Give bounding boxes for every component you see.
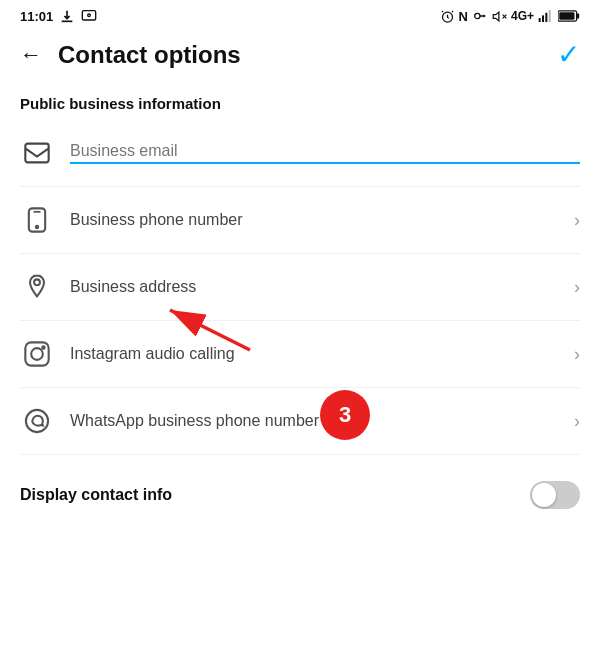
chevron-whatsapp: › [574, 411, 580, 432]
header-left: ← Contact options [20, 41, 241, 69]
display-contact-label: Display contact info [20, 486, 172, 504]
instagram-icon [20, 337, 54, 371]
page-title: Contact options [58, 41, 241, 69]
list-item-whatsapp[interactable]: WhatsApp business phone number › [0, 388, 600, 454]
svg-point-21 [42, 346, 44, 348]
svg-rect-8 [542, 15, 544, 22]
list-item-address-left: Business address [20, 270, 196, 304]
whatsapp-icon [20, 404, 54, 438]
alarm-icon [440, 9, 455, 24]
list-item-phone-left: Business phone number [20, 203, 243, 237]
email-icon [20, 136, 54, 170]
svg-rect-10 [549, 10, 551, 22]
status-bar: 11:01 N 4G+ [0, 0, 600, 28]
network-label: 4G+ [511, 9, 534, 23]
toggle-knob [532, 483, 556, 507]
svg-point-4 [475, 13, 480, 18]
divider-5 [20, 454, 580, 455]
confirm-button[interactable]: ✓ [557, 38, 580, 71]
business-address-label: Business address [70, 278, 196, 296]
chevron-address: › [574, 277, 580, 298]
business-email-input[interactable] [70, 142, 580, 164]
svg-rect-14 [25, 144, 48, 163]
svg-point-18 [34, 279, 40, 285]
section-label-public-info: Public business information [0, 85, 600, 120]
phone-icon [20, 203, 54, 237]
battery-icon [558, 9, 580, 23]
whatsapp-label: WhatsApp business phone number [70, 412, 319, 430]
screen-icon [81, 8, 97, 24]
chevron-phone: › [574, 210, 580, 231]
business-phone-label: Business phone number [70, 211, 243, 229]
svg-point-17 [36, 226, 38, 228]
chevron-instagram: › [574, 344, 580, 365]
location-icon [20, 270, 54, 304]
svg-rect-7 [539, 18, 541, 22]
svg-rect-19 [25, 342, 48, 365]
svg-rect-9 [545, 13, 547, 22]
mute-icon [492, 9, 507, 24]
key-icon [472, 8, 488, 24]
display-contact-toggle[interactable] [530, 481, 580, 509]
instagram-audio-label: Instagram audio calling [70, 345, 235, 363]
list-item-instagram-audio[interactable]: Instagram audio calling › [0, 321, 600, 387]
svg-rect-1 [83, 11, 96, 20]
status-time: 11:01 [20, 9, 53, 24]
display-contact-row[interactable]: Display contact info [0, 463, 600, 527]
list-item-business-email[interactable] [0, 120, 600, 186]
list-item-instagram-left: Instagram audio calling [20, 337, 235, 371]
download-icon [59, 8, 75, 24]
n-icon: N [459, 9, 468, 24]
signal-icon [538, 8, 554, 24]
list-item-business-address[interactable]: Business address › [0, 254, 600, 320]
svg-rect-13 [559, 12, 574, 20]
svg-rect-12 [577, 13, 580, 18]
svg-point-2 [88, 14, 91, 17]
svg-point-20 [31, 348, 43, 360]
list-item-whatsapp-left: WhatsApp business phone number [20, 404, 319, 438]
svg-point-22 [26, 410, 48, 432]
list-item-business-phone[interactable]: Business phone number › [0, 187, 600, 253]
header: ← Contact options ✓ [0, 28, 600, 85]
back-button[interactable]: ← [20, 42, 42, 68]
status-time-area: 11:01 [20, 8, 97, 24]
status-icons: N 4G+ [440, 8, 580, 24]
